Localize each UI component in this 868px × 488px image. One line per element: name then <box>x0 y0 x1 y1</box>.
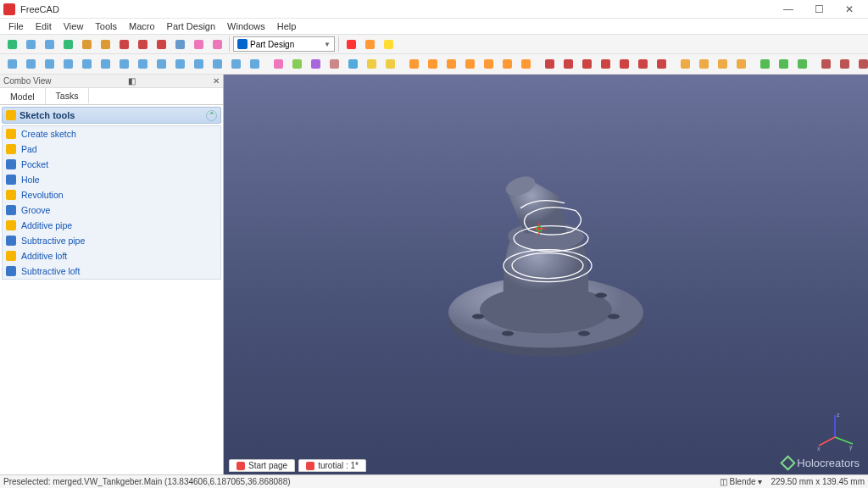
menu-partdesign[interactable]: Part Design <box>162 20 220 32</box>
menu-help[interactable]: Help <box>272 20 302 32</box>
tool-label: Subtractive loft <box>21 266 80 276</box>
nav-btn-3[interactable] <box>59 56 76 73</box>
file-btn-5[interactable] <box>97 36 114 53</box>
file-btn-4[interactable] <box>78 36 95 53</box>
misc-btn-2[interactable] <box>307 56 324 73</box>
tool-additive-loft[interactable]: Additive loft <box>3 248 220 263</box>
tool-additive-pipe[interactable]: Additive pipe <box>3 218 220 233</box>
svg-rect-26 <box>213 59 222 69</box>
workbench-selector[interactable]: Part Design ▼ <box>233 36 335 52</box>
doc-tab-start[interactable]: Start page <box>229 459 295 472</box>
tool-groove[interactable]: Groove <box>3 202 220 218</box>
additive-btn-0[interactable] <box>405 56 422 73</box>
subtractive-btn-6[interactable] <box>653 56 670 73</box>
doc-tab-tutorial[interactable]: turotial : 1* <box>298 459 366 472</box>
boolean-btn-0[interactable] <box>817 56 834 73</box>
nav-btn-0[interactable] <box>3 56 20 73</box>
dress-btn-2[interactable] <box>714 56 731 73</box>
nav-btn-10[interactable] <box>190 56 207 73</box>
tool-revolution[interactable]: Revolution <box>3 187 220 202</box>
additive-btn-2[interactable] <box>442 56 459 73</box>
file-btn-7[interactable] <box>134 36 151 53</box>
additive-btn-1[interactable] <box>424 56 441 73</box>
dress-btn-1[interactable] <box>695 56 712 73</box>
misc-btn-4[interactable] <box>344 56 361 73</box>
tab-tasks[interactable]: Tasks <box>46 88 90 104</box>
file-btn-10[interactable] <box>190 36 207 53</box>
file-btn-8[interactable] <box>153 36 170 53</box>
nav-btn-1[interactable] <box>22 56 39 73</box>
boolean-btn-2[interactable] <box>854 56 868 73</box>
tool-subtractive-loft[interactable]: Subtractive loft <box>3 263 220 279</box>
misc-btn-6[interactable] <box>381 56 398 73</box>
nav-btn-12[interactable] <box>227 56 244 73</box>
file-btn-6[interactable] <box>115 36 132 53</box>
menu-view[interactable]: View <box>58 20 89 32</box>
subtractive-btn-4[interactable] <box>615 56 632 73</box>
minimize-button[interactable]: — <box>773 0 804 19</box>
menu-macro[interactable]: Macro <box>124 20 160 32</box>
tool-create-sketch[interactable]: Create sketch <box>3 126 220 141</box>
subtractive-btn-1[interactable] <box>559 56 576 73</box>
svg-rect-40 <box>484 59 493 69</box>
viewport-3d[interactable]: Start page turotial : 1* z y x Holocreat… <box>224 75 868 474</box>
maximize-button[interactable]: ☐ <box>804 0 834 19</box>
tool-pad[interactable]: Pad <box>3 141 220 157</box>
misc-btn-5[interactable] <box>363 56 380 73</box>
nav-btn-9[interactable] <box>171 56 188 73</box>
menu-edit[interactable]: Edit <box>31 20 57 32</box>
tool-subtractive-pipe[interactable]: Subtractive pipe <box>3 233 220 248</box>
misc-btn-3[interactable] <box>326 56 342 73</box>
svg-rect-27 <box>231 59 241 69</box>
nav-btn-11[interactable] <box>209 56 225 73</box>
tab-model[interactable]: Model <box>0 88 46 104</box>
file-btn-1[interactable] <box>22 36 39 53</box>
subtractive-btn-5[interactable] <box>634 56 651 73</box>
subtractive-btn-3[interactable] <box>597 56 614 73</box>
file-btn-0[interactable] <box>3 36 20 53</box>
transform-btn-0[interactable] <box>756 56 773 73</box>
dress-btn-3[interactable] <box>732 56 749 73</box>
nav-btn-7[interactable] <box>134 56 151 73</box>
subtractive-btn-2[interactable] <box>578 56 595 73</box>
nav-btn-2[interactable] <box>41 56 58 73</box>
dress-btn-0[interactable] <box>676 56 693 73</box>
macro-btn-2[interactable] <box>380 36 397 53</box>
svg-rect-56 <box>798 59 807 69</box>
nav-btn-8[interactable] <box>153 56 170 73</box>
tool-pocket[interactable]: Pocket <box>3 157 220 172</box>
additive-btn-6[interactable] <box>517 56 534 73</box>
menu-windows[interactable]: Windows <box>222 20 270 32</box>
macro-btn-1[interactable] <box>361 36 378 53</box>
panel-toggle-icon[interactable]: ◧ <box>128 76 136 86</box>
menu-tools[interactable]: Tools <box>90 20 122 32</box>
status-style[interactable]: ◫ Blende ▾ <box>720 477 763 486</box>
file-btn-9[interactable] <box>171 36 188 53</box>
additive-btn-3[interactable] <box>461 56 478 73</box>
nav-btn-6[interactable] <box>115 56 132 73</box>
additive-btn-4[interactable] <box>480 56 497 73</box>
file-btn-2[interactable] <box>41 36 58 53</box>
transform-btn-2[interactable] <box>793 56 810 73</box>
boolean-btn-1[interactable] <box>836 56 853 73</box>
section-sketch-tools[interactable]: Sketch tools ⌃ <box>2 107 221 124</box>
nav-btn-5[interactable] <box>97 56 114 73</box>
transform-btn-1[interactable] <box>775 56 792 73</box>
additive-btn-5[interactable] <box>498 56 515 73</box>
svg-rect-23 <box>157 59 166 69</box>
file-btn-11[interactable] <box>209 36 225 53</box>
misc-btn-0[interactable] <box>270 56 287 73</box>
subtractive-btn-0[interactable] <box>541 56 558 73</box>
panel-close-icon[interactable]: ✕ <box>213 76 220 86</box>
menu-file[interactable]: File <box>3 20 29 32</box>
collapse-icon[interactable]: ⌃ <box>206 110 217 121</box>
misc-btn-1[interactable] <box>288 56 305 73</box>
statusbar: Preselected: merged.VW_Tankgeber.Main (1… <box>0 474 868 488</box>
macro-btn-0[interactable] <box>342 36 359 53</box>
close-button[interactable]: ✕ <box>834 0 865 19</box>
tool-hole[interactable]: Hole <box>3 172 220 187</box>
svg-rect-32 <box>330 59 339 69</box>
nav-btn-13[interactable] <box>246 56 263 73</box>
nav-btn-4[interactable] <box>78 56 95 73</box>
file-btn-3[interactable] <box>59 36 76 53</box>
